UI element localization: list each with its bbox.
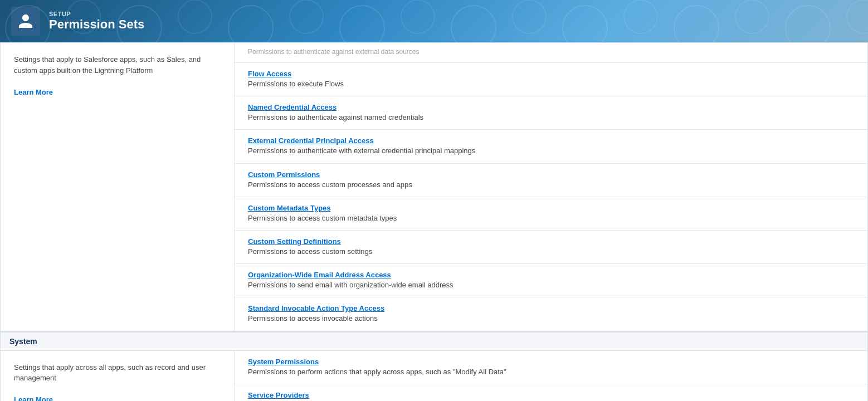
custom-permissions-desc: Permissions to access custom processes a… [248,180,412,189]
header-icon [11,7,40,36]
system-permissions-desc: Permissions to perform actions that appl… [248,368,506,376]
list-item: Custom Permissions Permissions to access… [235,164,867,197]
list-item: External Credential Principal Access Per… [235,130,867,163]
service-providers-link[interactable]: Service Providers [248,391,854,399]
header-text: SETUP Permission Sets [49,11,144,32]
org-wide-email-desc: Permissions to send email with organizat… [248,281,453,289]
app-learn-more-link[interactable]: Learn More [14,88,53,96]
main-content: Settings that apply to Salesforce apps, … [0,42,868,401]
list-item: Custom Setting Definitions Permissions t… [235,231,867,264]
flow-access-desc: Permissions to execute Flows [248,80,344,88]
system-section-right: System Permissions Permissions to perfor… [235,351,867,402]
flow-access-link[interactable]: Flow Access [248,70,854,78]
standard-invocable-desc: Permissions to access invocable actions [248,314,378,322]
app-section-right: Permissions to authenticate against exte… [235,43,867,331]
external-credential-desc: Permissions to authenticate with externa… [248,146,475,155]
external-credential-link[interactable]: External Credential Principal Access [248,136,854,145]
system-section-description: Settings that apply across all apps, suc… [14,362,221,384]
app-section-body: Settings that apply to Salesforce apps, … [1,43,867,331]
system-permissions-link[interactable]: System Permissions [248,358,854,366]
list-item: Organization-Wide Email Address Access P… [235,264,867,297]
page-title: Permission Sets [49,17,144,32]
standard-invocable-link[interactable]: Standard Invocable Action Type Access [248,304,854,312]
list-item: Flow Access Permissions to execute Flows [235,63,867,96]
named-credential-link[interactable]: Named Credential Access [248,103,854,111]
page-header: SETUP Permission Sets [0,0,868,42]
system-section-header: System [1,332,867,351]
setup-label: SETUP [49,11,144,17]
custom-metadata-link[interactable]: Custom Metadata Types [248,204,854,212]
custom-setting-desc: Permissions to access custom settings [248,247,372,256]
truncated-item: Permissions to authenticate against exte… [235,43,867,63]
system-section-panel: System Settings that apply across all ap… [1,332,867,402]
custom-metadata-desc: Permissions to access custom metadata ty… [248,214,397,222]
list-item: Named Credential Access Permissions to a… [235,96,867,130]
system-header-label: System [9,337,37,346]
named-credential-desc: Permissions to authenticate against name… [248,113,423,121]
list-item: Service Providers Permissions that let u… [235,384,867,401]
system-section-body: Settings that apply across all apps, suc… [1,351,867,402]
system-section-left: Settings that apply across all apps, suc… [1,351,235,402]
truncated-text: Permissions to authenticate against exte… [248,48,420,56]
custom-setting-link[interactable]: Custom Setting Definitions [248,237,854,246]
custom-permissions-link[interactable]: Custom Permissions [248,170,854,179]
system-learn-more-link[interactable]: Learn More [14,395,53,401]
app-section-description: Settings that apply to Salesforce apps, … [14,54,221,76]
app-section-left: Settings that apply to Salesforce apps, … [1,43,235,331]
list-item: Custom Metadata Types Permissions to acc… [235,197,867,231]
list-item: System Permissions Permissions to perfor… [235,351,867,384]
person-icon [17,13,34,30]
org-wide-email-link[interactable]: Organization-Wide Email Address Access [248,271,854,279]
app-section-panel: Settings that apply to Salesforce apps, … [1,43,867,332]
list-item: Standard Invocable Action Type Access Pe… [235,297,867,330]
